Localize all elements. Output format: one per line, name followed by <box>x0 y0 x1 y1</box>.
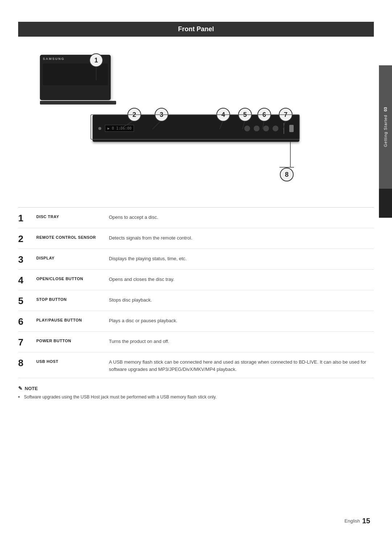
sidebar-black-block <box>379 189 392 218</box>
open-close-btn <box>244 126 250 131</box>
item-desc-2: Detects signals from the remote control. <box>109 233 374 242</box>
play-pause-btn <box>263 126 269 131</box>
sidebar-chapter-label: Getting Started <box>383 115 388 147</box>
note-title: ✎ NOTE <box>18 385 374 391</box>
item-number-3: 3 <box>18 254 36 264</box>
item-row-5: 5 STOP BUTTON Stops disc playback. <box>18 290 374 311</box>
power-btn <box>273 126 278 131</box>
front-display: ▶ 0 1:56:00 <box>105 125 134 132</box>
samsung-logo: SAMSUNG <box>40 55 111 61</box>
note-section: ✎ NOTE Software upgrades using the USB H… <box>18 385 374 411</box>
item-row-2: 2 REMOTE CONTROL SENSOR Detects signals … <box>18 228 374 249</box>
divider <box>283 123 284 134</box>
item-number-1: 1 <box>18 213 36 223</box>
item-label-2: REMOTE CONTROL SENSOR <box>36 233 109 240</box>
item-row-7: 7 POWER BUTTON Turns the product on and … <box>18 332 374 352</box>
item-desc-7: Turns the product on and off. <box>109 337 374 345</box>
items-list: 1 DISC TRAY Opens to accept a disc. 2 RE… <box>18 207 374 378</box>
usb-port <box>289 125 294 132</box>
main-content: Front Panel SAMSUNG ▶ 0 1:56:00 <box>18 0 374 411</box>
item-desc-4: Opens and closes the disc tray. <box>109 275 374 283</box>
item-desc-1: Opens to accept a disc. <box>109 213 374 221</box>
item-row-1: 1 DISC TRAY Opens to accept a disc. <box>18 208 374 228</box>
item-number-4: 4 <box>18 275 36 285</box>
svg-text:8: 8 <box>285 171 289 178</box>
item-desc-8: A USB memory flash stick can be connecte… <box>109 357 374 373</box>
item-label-3: DISPLAY <box>36 254 109 260</box>
sidebar-tab: 03 Getting Started <box>379 65 392 189</box>
diagram-area: SAMSUNG ▶ 0 1:56:00 <box>18 44 374 196</box>
item-desc-5: Stops disc playback. <box>109 295 374 304</box>
device-top-view: SAMSUNG <box>40 55 116 105</box>
page-footer: English 15 <box>344 517 370 525</box>
item-label-8: USB HOST <box>36 357 109 364</box>
section-title: Front Panel <box>178 25 214 33</box>
item-number-7: 7 <box>18 337 36 347</box>
footer-lang: English <box>344 518 360 524</box>
note-pencil-icon: ✎ <box>18 385 23 391</box>
section-header: Front Panel <box>18 22 374 37</box>
item-number-2: 2 <box>18 233 36 244</box>
item-row-4: 4 OPEN/CLOSE BUTTON Opens and closes the… <box>18 270 374 290</box>
stop-btn <box>254 126 260 131</box>
note-label: NOTE <box>25 386 38 391</box>
item-number-6: 6 <box>18 316 36 326</box>
item-number-5: 5 <box>18 295 36 306</box>
svg-point-23 <box>280 168 293 181</box>
sidebar-chapter-number: 03 <box>383 107 388 111</box>
device-stand <box>40 101 116 105</box>
page-number: 15 <box>362 517 370 525</box>
item-label-4: OPEN/CLOSE BUTTON <box>36 275 109 281</box>
page: 03 Getting Started Front Panel SAMSUNG <box>0 0 392 536</box>
item-label-5: STOP BUTTON <box>36 295 109 302</box>
item-desc-6: Plays a disc or pauses playback. <box>109 316 374 324</box>
front-sensor <box>98 127 101 130</box>
item-desc-3: Displays the playing status, time, etc. <box>109 254 374 262</box>
item-label-1: DISC TRAY <box>36 213 109 219</box>
device-front-right <box>244 123 294 134</box>
note-item-1: Software upgrades using the USB Host jac… <box>18 394 374 400</box>
item-label-7: POWER BUTTON <box>36 337 109 343</box>
item-label-6: PLAY/PAUSE BUTTON <box>36 316 109 322</box>
item-row-8: 8 USB HOST A USB memory flash stick can … <box>18 352 374 378</box>
device-front-view: ▶ 0 1:56:00 <box>93 115 299 142</box>
device-top-inner <box>43 64 108 85</box>
item-row-6: 6 PLAY/PAUSE BUTTON Plays a disc or paus… <box>18 311 374 332</box>
device-top-outer: SAMSUNG <box>40 55 111 100</box>
item-row-3: 3 DISPLAY Displays the playing status, t… <box>18 249 374 270</box>
device-front-left: ▶ 0 1:56:00 <box>98 125 244 132</box>
item-number-8: 8 <box>18 357 36 368</box>
